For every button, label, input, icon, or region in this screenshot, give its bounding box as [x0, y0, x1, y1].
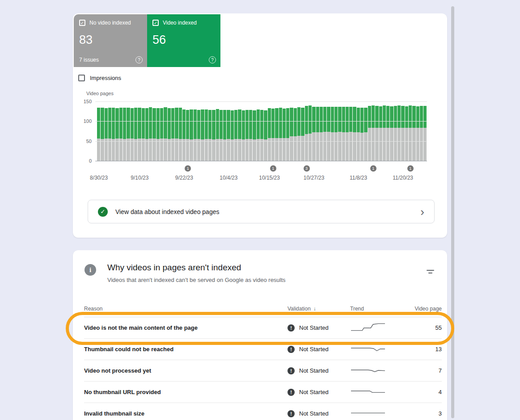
- chart-bar[interactable]: [383, 101, 386, 161]
- chart-bar[interactable]: [309, 101, 312, 161]
- card-no-video-indexed[interactable]: ✓ No video indexed 83 7 issues ?: [74, 14, 147, 67]
- chart-bar[interactable]: [264, 101, 267, 161]
- chart-bar[interactable]: [160, 101, 163, 161]
- chart-bar[interactable]: [205, 101, 208, 161]
- chart-bar[interactable]: [208, 101, 211, 161]
- chart-bar[interactable]: [112, 101, 115, 161]
- chart-bar[interactable]: [346, 101, 349, 161]
- chart-bar[interactable]: [179, 101, 182, 161]
- chart-bar[interactable]: [386, 101, 389, 161]
- chart-bar[interactable]: [164, 101, 167, 161]
- chart-bar[interactable]: [127, 101, 130, 161]
- chart-bar[interactable]: [279, 101, 282, 161]
- chart-bar[interactable]: [238, 101, 241, 161]
- chart-bar[interactable]: [297, 101, 300, 161]
- chart-bar[interactable]: [316, 101, 319, 161]
- vertical-scrollbar[interactable]: [451, 6, 454, 418]
- chart-bar[interactable]: [416, 101, 419, 161]
- chart-bar[interactable]: [368, 101, 371, 161]
- chart-bar[interactable]: [197, 101, 200, 161]
- chart-bar[interactable]: [327, 101, 330, 161]
- chart-bar[interactable]: [97, 101, 100, 161]
- chart-bar[interactable]: [323, 101, 326, 161]
- chart-bar[interactable]: [119, 101, 123, 161]
- issue-row[interactable]: Invalid thumbnail size!Not Started3: [84, 403, 442, 420]
- chart-bar[interactable]: [190, 101, 193, 161]
- filter-icon[interactable]: [426, 270, 435, 275]
- chart-bar[interactable]: [420, 101, 423, 161]
- view-indexed-data-banner[interactable]: ✓ View data about indexed video pages ›: [88, 200, 435, 223]
- chart-bar[interactable]: [227, 101, 230, 161]
- chart-bar[interactable]: [334, 101, 338, 161]
- chart-bar[interactable]: [390, 101, 393, 161]
- chart-bar[interactable]: [401, 101, 404, 161]
- chart-event-badge[interactable]: 3: [304, 165, 310, 172]
- chart-event-badge[interactable]: 1: [370, 165, 376, 172]
- chart-bar[interactable]: [138, 101, 141, 161]
- chart-bar[interactable]: [168, 101, 171, 161]
- chart-bar[interactable]: [379, 101, 382, 161]
- chart-bar[interactable]: [245, 101, 249, 161]
- chart-bar[interactable]: [275, 101, 278, 161]
- chart-bar[interactable]: [156, 101, 160, 161]
- no-video-indexed-checkbox[interactable]: ✓: [79, 20, 85, 26]
- chart-bar[interactable]: [134, 101, 137, 161]
- chart-bar[interactable]: [360, 101, 364, 161]
- impressions-checkbox[interactable]: [78, 75, 85, 81]
- chart-bar[interactable]: [231, 101, 234, 161]
- chart-bar[interactable]: [152, 101, 156, 161]
- issue-row[interactable]: No thumbnail URL provided!Not Started4: [84, 382, 442, 403]
- chart-bar[interactable]: [331, 101, 334, 161]
- chart-bar[interactable]: [123, 101, 126, 161]
- card-video-indexed[interactable]: ✓ Video indexed 56 ?: [147, 14, 220, 67]
- chart-event-badge[interactable]: 1: [407, 165, 414, 172]
- chart-bar[interactable]: [145, 101, 148, 161]
- chart-bar[interactable]: [234, 101, 237, 161]
- help-icon[interactable]: ?: [209, 56, 216, 63]
- chart-bar[interactable]: [182, 101, 186, 161]
- chart-bar[interactable]: [320, 101, 323, 161]
- chart-bar[interactable]: [149, 101, 152, 161]
- chart-bar[interactable]: [201, 101, 204, 161]
- chart-bar[interactable]: [220, 101, 223, 161]
- help-icon[interactable]: ?: [135, 56, 143, 63]
- chart-bar[interactable]: [260, 101, 263, 161]
- chart-bar[interactable]: [212, 101, 215, 161]
- chart-bar[interactable]: [257, 101, 260, 161]
- chart-bar[interactable]: [342, 101, 345, 161]
- issue-row[interactable]: Video is not the main content of the pag…: [84, 317, 442, 339]
- column-header-video-page[interactable]: Video page: [410, 306, 442, 312]
- chart-bar[interactable]: [253, 101, 256, 161]
- chart-bar[interactable]: [409, 101, 412, 161]
- video-indexed-checkbox[interactable]: ✓: [152, 20, 159, 26]
- impressions-toggle[interactable]: Impressions: [78, 75, 121, 81]
- chart-bar[interactable]: [353, 101, 356, 161]
- chart-bar[interactable]: [171, 101, 174, 161]
- chart-bar[interactable]: [412, 101, 415, 161]
- chart-bar[interactable]: [271, 101, 275, 161]
- chart-bar[interactable]: [372, 101, 375, 161]
- chart-bar[interactable]: [131, 101, 134, 161]
- chart-bar[interactable]: [305, 101, 308, 161]
- issue-row[interactable]: Thumbnail could not be reached!Not Start…: [84, 339, 442, 360]
- chart-bar[interactable]: [294, 101, 297, 161]
- chart-bar[interactable]: [349, 101, 352, 161]
- chart-bar[interactable]: [242, 101, 245, 161]
- chart-event-badge[interactable]: 1: [270, 165, 276, 172]
- chart-bar[interactable]: [423, 101, 427, 161]
- chart-bar[interactable]: [375, 101, 378, 161]
- issue-row[interactable]: Video not processed yet!Not Started7: [84, 360, 442, 382]
- column-header-validation[interactable]: Validation↓: [287, 306, 350, 312]
- chart-bar[interactable]: [286, 101, 289, 161]
- chart-bar[interactable]: [301, 101, 304, 161]
- chart-bar[interactable]: [115, 101, 118, 161]
- chart-bar[interactable]: [312, 101, 315, 161]
- chart-bar[interactable]: [338, 101, 341, 161]
- chart-bar[interactable]: [364, 101, 367, 161]
- column-header-reason[interactable]: Reason: [84, 306, 287, 312]
- chart-bar[interactable]: [105, 101, 108, 161]
- chart-event-badge[interactable]: 1: [185, 165, 191, 172]
- chart-bar[interactable]: [101, 101, 104, 161]
- chevron-right-icon[interactable]: ›: [420, 206, 424, 218]
- chart-bar[interactable]: [249, 101, 252, 161]
